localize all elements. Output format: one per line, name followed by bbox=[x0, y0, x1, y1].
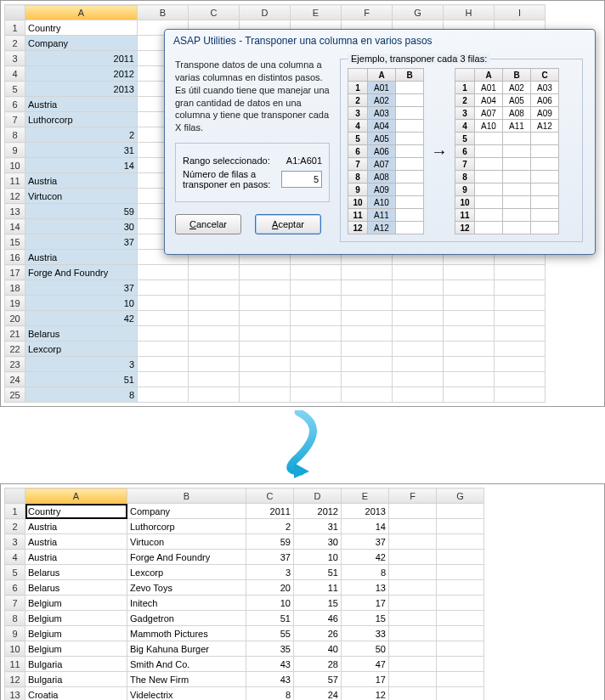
row-header[interactable]: 7 bbox=[5, 112, 25, 127]
cell[interactable] bbox=[342, 326, 393, 342]
cell[interactable] bbox=[291, 372, 342, 387]
cell[interactable] bbox=[240, 265, 291, 280]
cell[interactable]: Virtucon bbox=[127, 534, 246, 550]
col-header[interactable]: B bbox=[138, 5, 189, 20]
cell[interactable] bbox=[342, 387, 393, 403]
col-header[interactable]: E bbox=[342, 488, 389, 504]
cell[interactable]: 17 bbox=[342, 596, 389, 611]
cell[interactable]: 8 bbox=[25, 387, 138, 403]
cell[interactable]: 15 bbox=[342, 611, 389, 626]
row-header[interactable]: 20 bbox=[5, 311, 25, 326]
cell[interactable]: 2013 bbox=[25, 82, 138, 97]
cell[interactable]: 47 bbox=[342, 657, 389, 672]
col-header[interactable]: D bbox=[294, 488, 342, 504]
row-header[interactable]: 11 bbox=[5, 173, 25, 189]
cell[interactable]: Belarus bbox=[25, 580, 127, 596]
row-header[interactable]: 21 bbox=[5, 326, 25, 342]
cell[interactable]: Belgium bbox=[25, 641, 127, 657]
cell[interactable]: 50 bbox=[342, 641, 389, 657]
cell[interactable] bbox=[240, 342, 291, 357]
cell[interactable]: Initech bbox=[127, 596, 246, 611]
cell[interactable]: Austria bbox=[25, 550, 127, 565]
cell[interactable]: 2012 bbox=[294, 504, 342, 519]
cell[interactable] bbox=[389, 596, 437, 611]
cell[interactable] bbox=[437, 687, 484, 701]
row-header[interactable]: 13 bbox=[5, 204, 25, 219]
cell[interactable]: Zevo Toys bbox=[127, 580, 246, 596]
cell[interactable]: 26 bbox=[294, 626, 342, 641]
row-header[interactable]: 22 bbox=[5, 342, 25, 357]
row-header[interactable]: 1 bbox=[5, 20, 25, 36]
cell[interactable]: Luthorcorp bbox=[25, 112, 138, 127]
cell[interactable] bbox=[437, 641, 484, 657]
cell[interactable]: Country bbox=[25, 20, 138, 36]
cell[interactable]: 10 bbox=[246, 596, 294, 611]
cell[interactable]: 37 bbox=[25, 234, 138, 250]
row-header[interactable]: 8 bbox=[5, 127, 25, 143]
cell[interactable]: 59 bbox=[25, 204, 138, 219]
cell[interactable] bbox=[291, 357, 342, 372]
col-header[interactable]: D bbox=[240, 5, 291, 20]
cell[interactable]: 17 bbox=[342, 672, 389, 687]
cell[interactable] bbox=[342, 357, 393, 372]
cell[interactable]: 3 bbox=[246, 565, 294, 580]
cell[interactable] bbox=[189, 357, 240, 372]
row-header[interactable]: 7 bbox=[5, 596, 25, 611]
row-header[interactable]: 12 bbox=[5, 672, 25, 687]
cell[interactable] bbox=[437, 550, 484, 565]
col-header[interactable]: A bbox=[25, 5, 138, 20]
cell[interactable]: Austria bbox=[25, 250, 138, 265]
row-header[interactable]: 9 bbox=[5, 143, 25, 158]
cell[interactable] bbox=[444, 311, 495, 326]
cell[interactable] bbox=[138, 280, 189, 296]
row-header[interactable]: 10 bbox=[5, 641, 25, 657]
row-header[interactable]: 14 bbox=[5, 219, 25, 234]
cell[interactable] bbox=[240, 387, 291, 403]
cell[interactable] bbox=[138, 311, 189, 326]
cell[interactable] bbox=[444, 342, 495, 357]
cell[interactable] bbox=[342, 372, 393, 387]
cell[interactable]: Belgium bbox=[25, 626, 127, 641]
bottom-spreadsheet[interactable]: ABCDEFG1CountryCompany2011201220132Austr… bbox=[4, 488, 484, 700]
cell[interactable]: Luthorcorp bbox=[127, 519, 246, 534]
cell[interactable]: 15 bbox=[294, 596, 342, 611]
row-header[interactable]: 1 bbox=[5, 504, 25, 519]
cell[interactable]: 37 bbox=[246, 550, 294, 565]
row-header[interactable]: 23 bbox=[5, 357, 25, 372]
row-header[interactable]: 24 bbox=[5, 372, 25, 387]
cell[interactable]: 30 bbox=[294, 534, 342, 550]
cell[interactable] bbox=[495, 387, 546, 403]
cell[interactable]: 31 bbox=[294, 519, 342, 534]
cell[interactable]: Austria bbox=[25, 519, 127, 534]
col-header[interactable]: H bbox=[444, 5, 495, 20]
steps-input[interactable] bbox=[281, 171, 322, 188]
cell[interactable] bbox=[437, 580, 484, 596]
cell[interactable]: 2012 bbox=[25, 66, 138, 82]
cell[interactable]: 35 bbox=[246, 641, 294, 657]
row-header[interactable]: 3 bbox=[5, 534, 25, 550]
row-header[interactable]: 11 bbox=[5, 657, 25, 672]
cell[interactable]: Big Kahuna Burger bbox=[127, 641, 246, 657]
cancel-button[interactable]: Cancelar bbox=[175, 214, 241, 234]
col-header[interactable]: G bbox=[437, 488, 484, 504]
cell[interactable]: 51 bbox=[294, 565, 342, 580]
cell[interactable] bbox=[291, 265, 342, 280]
row-header[interactable]: 6 bbox=[5, 580, 25, 596]
cell[interactable] bbox=[138, 265, 189, 280]
cell[interactable]: 20 bbox=[246, 580, 294, 596]
cell[interactable]: 2 bbox=[246, 519, 294, 534]
cell[interactable]: Lexcorp bbox=[127, 565, 246, 580]
cell[interactable] bbox=[444, 387, 495, 403]
row-header[interactable]: 12 bbox=[5, 189, 25, 204]
col-header[interactable]: B bbox=[127, 488, 246, 504]
cell[interactable] bbox=[437, 519, 484, 534]
cell[interactable] bbox=[342, 311, 393, 326]
cell[interactable] bbox=[393, 296, 444, 311]
cell[interactable]: 12 bbox=[342, 687, 389, 701]
cell[interactable]: 8 bbox=[342, 565, 389, 580]
cell[interactable] bbox=[291, 342, 342, 357]
cell[interactable] bbox=[389, 565, 437, 580]
cell[interactable]: Videlectrix bbox=[127, 687, 246, 701]
cell[interactable] bbox=[495, 342, 546, 357]
cell[interactable] bbox=[342, 296, 393, 311]
